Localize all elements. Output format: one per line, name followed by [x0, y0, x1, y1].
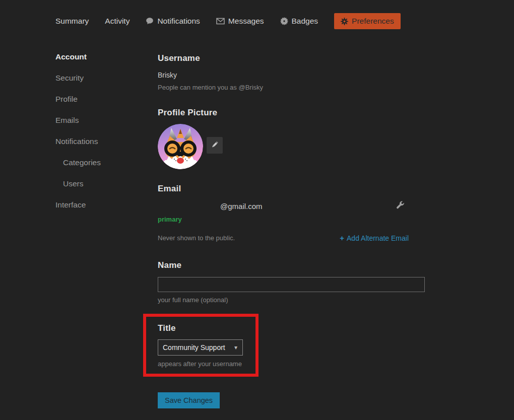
title-heading: Title	[158, 323, 255, 333]
edit-avatar-button[interactable]	[207, 137, 223, 154]
username-heading: Username	[158, 53, 425, 63]
manage-email-button[interactable]	[396, 201, 405, 211]
tab-messages[interactable]: Messages	[216, 17, 264, 26]
username-help: People can mention you as @Brisky	[158, 84, 425, 91]
full-name-input[interactable]	[158, 277, 425, 292]
tab-messages-label: Messages	[228, 17, 264, 26]
email-help: Never shown to the public.	[158, 234, 235, 242]
tab-summary-label: Summary	[55, 17, 89, 26]
preferences-page: Summary Activity Notifications Messages	[0, 0, 514, 420]
sidebar-item-categories[interactable]: Categories	[55, 158, 146, 167]
tab-preferences[interactable]: Preferences	[334, 13, 401, 29]
preferences-sidebar: Account Security Profile Emails Notifica…	[55, 52, 146, 222]
email-section: Email @gmail.com primary Never shown to …	[158, 184, 425, 242]
tab-notifications[interactable]: Notifications	[146, 17, 200, 26]
tab-preferences-label: Preferences	[352, 17, 394, 26]
tab-summary[interactable]: Summary	[55, 17, 89, 26]
sidebar-item-profile[interactable]: Profile	[55, 95, 146, 104]
add-alternate-email-link[interactable]: + Add Alternate Email	[340, 234, 409, 242]
avatar[interactable]	[158, 124, 203, 169]
wrench-icon	[396, 203, 405, 211]
sidebar-item-interface[interactable]: Interface	[55, 200, 146, 209]
tab-badges-label: Badges	[292, 17, 318, 26]
speech-bubble-icon	[146, 17, 154, 25]
envelope-icon	[216, 18, 225, 25]
account-settings-panel: Username Brisky People can mention you a…	[158, 50, 425, 408]
sidebar-item-security[interactable]: Security	[55, 74, 146, 83]
sidebar-item-account[interactable]: Account	[55, 52, 146, 61]
badge-seal-icon	[280, 17, 288, 25]
gear-icon	[341, 18, 348, 25]
tab-activity[interactable]: Activity	[105, 17, 130, 26]
tab-notifications-label: Notifications	[157, 17, 200, 26]
email-heading: Email	[158, 184, 425, 194]
profile-picture-section: Profile Picture	[158, 108, 425, 169]
tab-badges[interactable]: Badges	[280, 17, 318, 26]
annotation-highlight-box: Title Community Support ▾ appears after …	[143, 314, 259, 377]
email-value: @gmail.com	[158, 202, 263, 211]
title-dropdown-value: Community Support	[163, 343, 225, 352]
name-help: your full name (optional)	[158, 296, 425, 304]
title-section: Title Community Support ▾ appears after …	[158, 323, 255, 368]
save-changes-button[interactable]: Save Changes	[158, 392, 220, 408]
add-alternate-email-label: Add Alternate Email	[347, 234, 409, 242]
name-section: Name your full name (optional)	[158, 260, 425, 304]
username-value: Brisky	[158, 71, 425, 79]
chevron-down-icon: ▾	[234, 344, 237, 351]
tab-activity-label: Activity	[105, 17, 130, 26]
title-dropdown[interactable]: Community Support ▾	[158, 339, 243, 356]
user-nav-tabs: Summary Activity Notifications Messages	[55, 13, 401, 29]
plus-icon: +	[340, 234, 344, 242]
username-section: Username Brisky People can mention you a…	[158, 53, 425, 91]
pencil-icon	[211, 141, 219, 150]
profile-picture-heading: Profile Picture	[158, 108, 425, 118]
name-heading: Name	[158, 260, 425, 270]
sidebar-item-users[interactable]: Users	[55, 179, 146, 188]
title-help: appears after your username	[158, 360, 255, 368]
sidebar-item-notifications[interactable]: Notifications	[55, 137, 146, 146]
primary-email-badge: primary	[158, 216, 425, 223]
sidebar-item-emails[interactable]: Emails	[55, 116, 146, 125]
